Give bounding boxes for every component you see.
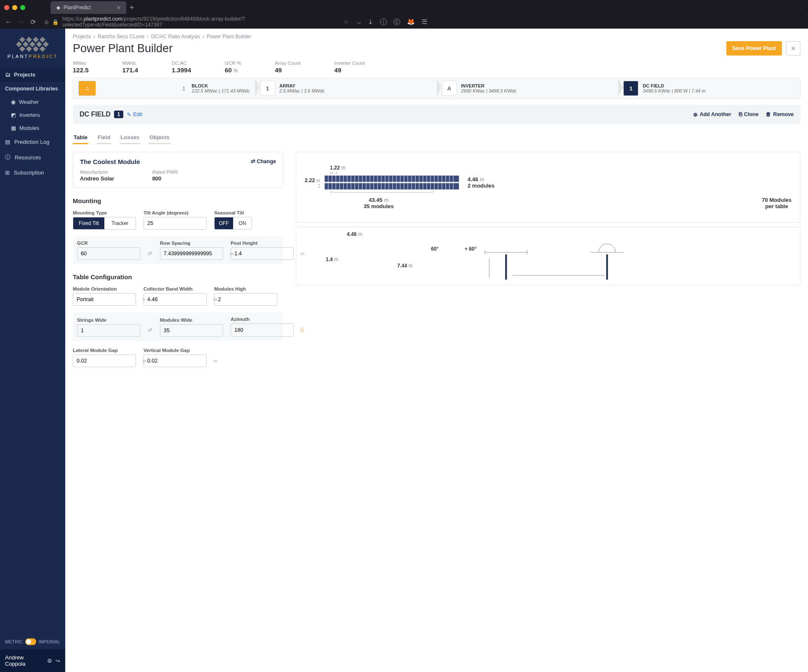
profile-avatar[interactable]: ∞ <box>798 5 802 11</box>
section-label: DC FIELD <box>80 111 111 118</box>
tracker-option[interactable]: Tracker <box>104 217 136 229</box>
tab-field[interactable]: Field <box>97 132 111 144</box>
sidebar-item-inverters[interactable]: ◩Inverters <box>0 108 65 122</box>
settings-icon[interactable]: ⚙ <box>47 658 52 664</box>
mounting-type-toggle[interactable]: Fixed Tilt Tracker <box>73 217 136 230</box>
info-icon[interactable]: i <box>380 19 387 25</box>
change-module-button[interactable]: ⇄ Change <box>251 158 276 164</box>
sidebar-item-modules[interactable]: ▦Modules <box>0 122 65 135</box>
ext-icon[interactable]: C <box>393 19 400 25</box>
module-name: The Coolest Module <box>80 158 276 165</box>
reload-button[interactable]: ⟳ <box>30 18 36 26</box>
sidebar: ◆◆◆◆◆◆◆◆◆◆◆◆◆ PLANTPREDICT 🗂 Projects Co… <box>0 29 65 672</box>
menu-icon[interactable]: ☰ <box>422 18 427 26</box>
stat-label: MWac <box>73 61 89 66</box>
new-tab-button[interactable]: + <box>130 3 134 12</box>
weather-icon: ◉ <box>11 99 16 105</box>
svg-rect-1 <box>324 183 459 190</box>
ext2-icon[interactable]: 🦊 <box>407 18 415 26</box>
plus-icon: ⊞ <box>5 169 10 176</box>
pocket-icon[interactable]: ⌵ <box>357 18 361 26</box>
step-dcfield[interactable]: 1 DC FIELD3498.5 KWdc | 800 W | 7.44 m <box>618 78 800 98</box>
tab-losses[interactable]: Losses <box>120 132 140 144</box>
save-button[interactable]: Save Power Plant <box>726 41 782 56</box>
bc-project[interactable]: Rancho Seco CLone <box>98 34 144 40</box>
tab-objects[interactable]: Objects <box>149 132 170 144</box>
azimuth-input[interactable]: S <box>231 323 294 337</box>
add-another-button[interactable]: ⊕Add Another <box>693 111 731 118</box>
tab-title: PlantPredict <box>64 5 91 11</box>
address-bar[interactable]: ⊘ 🔒 https://ui.plantpredict.com/projects… <box>41 14 352 29</box>
section-number: 1 <box>114 111 124 118</box>
panel-array-svg <box>324 175 459 190</box>
seasonal-tilt-toggle[interactable]: OFF ON <box>214 217 252 230</box>
logo: ◆◆◆◆◆◆◆◆◆◆◆◆◆ PLANTPREDICT <box>0 29 65 67</box>
back-button[interactable]: ← <box>5 18 12 26</box>
svg-rect-0 <box>324 175 459 182</box>
modules-wide-input[interactable] <box>160 324 223 337</box>
tilt-angle-input[interactable]: ° <box>144 217 207 230</box>
table-diagram: 1.22 m ⊢⊣ 2.22 m⌶ <box>296 152 800 222</box>
strings-wide-input[interactable] <box>77 324 140 337</box>
download-icon[interactable]: ⤓ <box>368 18 373 26</box>
swap-icon-2[interactable]: ⇄ <box>148 321 152 333</box>
seasonal-off[interactable]: OFF <box>215 217 233 229</box>
tab-table[interactable]: Table <box>73 132 88 144</box>
forward-button[interactable]: → <box>18 18 24 26</box>
sidebar-item-subscription[interactable]: ⊞Subscription <box>0 165 65 180</box>
sidebar-item-projects[interactable]: 🗂 Projects <box>0 67 65 82</box>
fixed-tilt-option[interactable]: Fixed Tilt <box>73 217 104 229</box>
browser-tab[interactable]: ◆ PlantPredict × <box>50 1 126 14</box>
sidebar-item-resources[interactable]: ⓘResources <box>0 149 65 165</box>
folder-icon: 🗂 <box>5 71 11 78</box>
unit-toggle-pill[interactable] <box>25 638 36 645</box>
row-spacing-input[interactable]: m <box>160 247 223 260</box>
seasonal-on[interactable]: ON <box>233 217 252 229</box>
mounting-heading: Mounting <box>73 197 283 204</box>
swap-icon[interactable]: ⇄ <box>148 244 152 257</box>
pencil-icon: ✎ <box>127 111 131 118</box>
sidebar-item-prediction-log[interactable]: ▤Prediction Log <box>0 135 65 149</box>
step-inverter[interactable]: A INVERTER2500 KWac | 3498.5 KWdc <box>437 78 619 98</box>
breadcrumb: Projects › Rancho Seco CLone › DC/AC Rat… <box>65 29 808 40</box>
plus-circle-icon: ⊕ <box>693 111 698 118</box>
bc-current: Power Plant Builder <box>207 34 251 40</box>
bc-prediction[interactable]: DC/AC Ratio Analysis <box>151 34 200 40</box>
vertical-gap-input[interactable]: m <box>144 355 207 367</box>
inverter-icon: ◩ <box>11 112 16 118</box>
post-height-input[interactable]: m <box>231 247 294 260</box>
bc-projects[interactable]: Projects <box>73 34 91 40</box>
band-width-input[interactable]: m <box>144 293 207 306</box>
modules-high-input[interactable] <box>214 293 277 306</box>
orientation-select[interactable]: ▾ <box>73 293 136 306</box>
copy-icon: ⎘ <box>739 111 742 117</box>
url-text: https://ui.plantpredict.com/projects/921… <box>62 16 340 28</box>
sidebar-item-weather[interactable]: ◉Weather <box>0 95 65 108</box>
gcr-input[interactable] <box>77 247 140 260</box>
logout-icon[interactable]: ↪ <box>56 658 60 664</box>
stat-value: 122.5 <box>73 66 89 74</box>
shield-icon: ⊘ <box>44 19 49 25</box>
trash-icon: 🗑 <box>766 111 771 117</box>
hierarchy-icon: ⛬ <box>78 81 96 96</box>
page-title: Power Plant Builder <box>73 42 173 55</box>
user-name: Andrew Coppola <box>5 654 44 667</box>
step-array[interactable]: 1 ARRAY2.5 MWac | 3.5 MWdc <box>255 78 437 98</box>
info-icon: ⓘ <box>5 153 11 161</box>
clone-button[interactable]: ⎘Clone <box>739 111 759 118</box>
window-close-dot[interactable] <box>4 5 9 10</box>
unit-toggle[interactable]: METRIC IMPERIAL <box>0 634 65 649</box>
lateral-gap-input[interactable]: m <box>73 355 136 367</box>
step-block[interactable]: ⛬ 1 BLOCK122.5 MWac | 171.43 MWdc <box>73 78 255 98</box>
window-max-dot[interactable] <box>20 5 25 10</box>
bookmark-icon[interactable]: ☆ <box>344 19 349 25</box>
table-config-heading: Table Configuration <box>73 273 283 280</box>
sidebar-section-libraries: Component Libraries <box>0 82 65 95</box>
module-icon: ▦ <box>11 125 16 131</box>
remove-button[interactable]: 🗑Remove <box>766 111 794 118</box>
window-min-dot[interactable] <box>12 5 17 10</box>
close-tab-icon[interactable]: × <box>117 4 120 11</box>
close-button[interactable]: × <box>786 41 800 56</box>
log-icon: ▤ <box>5 139 10 145</box>
edit-link[interactable]: ✎Edit <box>127 111 142 118</box>
